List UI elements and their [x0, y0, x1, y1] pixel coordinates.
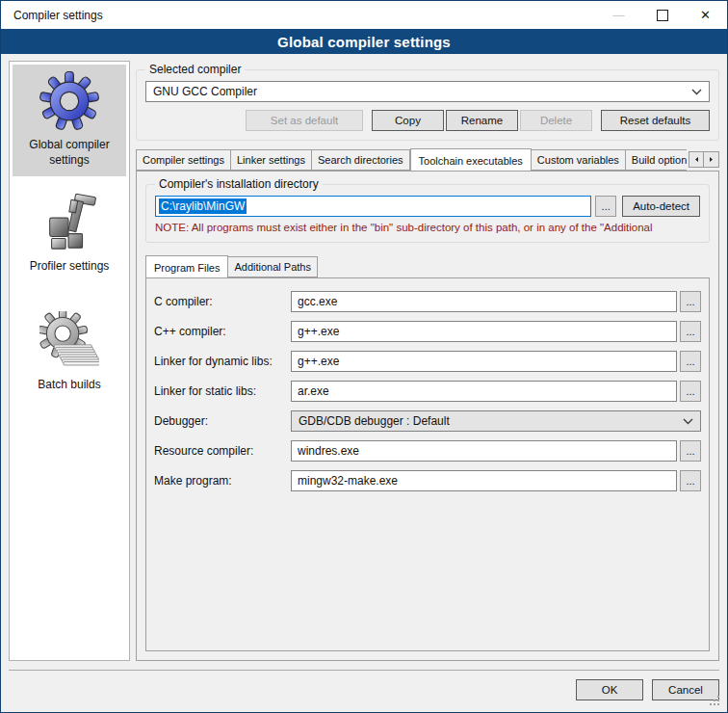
sidebar-item-label: Batch builds [38, 378, 100, 393]
install-note: NOTE: All programs must exist either in … [155, 222, 700, 233]
dialog-body: Global compiler settingsProfiler setting… [1, 54, 727, 712]
field-row-c-compiler: C compiler:... [154, 291, 701, 312]
auto-detect-button[interactable]: Auto-detect [622, 196, 700, 217]
tab-program-files[interactable]: Program Files [145, 255, 228, 277]
tab-additional-paths[interactable]: Additional Paths [228, 256, 318, 277]
sidebar-item-label: Profiler settings [30, 259, 110, 275]
c-compiler-browse-button[interactable]: ... [680, 321, 701, 342]
selected-compiler-legend: Selected compiler [145, 63, 245, 76]
toolchain-form: C compiler:...C++ compiler:...Linker for… [154, 291, 701, 491]
compiler-settings-dialog: Compiler settings Global compiler settin… [0, 0, 728, 713]
title-bar: Compiler settings [1, 1, 727, 29]
cancel-button[interactable]: Cancel [652, 679, 719, 700]
debugger-select[interactable]: GDB/CDB debugger : Default [291, 410, 701, 432]
tab-custom-variables[interactable]: Custom variables [532, 149, 626, 171]
field-row-debugger: Debugger:GDB/CDB debugger : Default [154, 410, 701, 432]
page-title: Global compiler settings [1, 29, 727, 54]
tab-scroll-right-button[interactable] [704, 151, 719, 168]
c-compiler-browse-button[interactable]: ... [680, 291, 701, 312]
make-program-input[interactable] [291, 470, 677, 491]
minimize-icon[interactable] [597, 1, 640, 29]
combo-value: GDB/CDB debugger : Default [299, 414, 677, 428]
window-controls [597, 1, 727, 29]
field-label: C++ compiler: [154, 325, 291, 338]
chevron-down-icon [691, 89, 702, 95]
linker-for-dynamic-libs-input[interactable] [291, 351, 677, 372]
tab-toolchain-executables[interactable]: Toolchain executables [410, 148, 532, 171]
field-row-make-program: Make program:... [154, 470, 701, 491]
make-program-browse-button[interactable]: ... [680, 470, 701, 491]
selected-compiler-combobox[interactable]: GNU GCC Compiler [145, 81, 710, 102]
installation-directory-input[interactable]: C:\raylib\MinGW [155, 196, 591, 217]
copy-button[interactable]: Copy [372, 110, 444, 131]
installation-directory-group: Compiler's installation directory C:\ray… [145, 184, 710, 243]
field-label: Resource compiler: [154, 444, 291, 458]
field-label: C compiler: [154, 295, 291, 308]
sidebar-item-label: Global compiler settings [14, 138, 124, 168]
tab-linker-settings[interactable]: Linker settings [231, 149, 312, 171]
c-compiler-input[interactable] [291, 321, 677, 342]
field-label: Make program: [154, 474, 291, 488]
linker-for-dynamic-libs-browse-button[interactable]: ... [680, 351, 701, 372]
close-icon[interactable] [684, 1, 727, 29]
chevron-down-icon [683, 418, 693, 425]
tab-scroll-left-button[interactable] [689, 151, 704, 168]
reset-defaults-button[interactable]: Reset defaults [601, 110, 710, 131]
field-row-c-compiler: C++ compiler:... [154, 321, 701, 342]
tab-search-directories[interactable]: Search directories [312, 149, 410, 171]
linker-for-static-libs-browse-button[interactable]: ... [680, 381, 701, 402]
maximize-icon[interactable] [640, 1, 684, 29]
selected-compiler-value: GNU GCC Compiler [153, 85, 686, 98]
program-files-page: C compiler:...C++ compiler:...Linker for… [145, 277, 710, 651]
rename-button[interactable]: Rename [446, 110, 518, 131]
sidebar-item-batch-builds[interactable]: Batch builds [13, 304, 126, 402]
field-label: Debugger: [154, 414, 291, 428]
footer: OK Cancel [9, 670, 719, 712]
program-files-tab-strip: Program FilesAdditional Paths [145, 255, 710, 277]
installation-directory-browse-button[interactable]: ... [595, 196, 616, 217]
field-row-resource-compiler: Resource compiler:... [154, 440, 701, 462]
field-label: Linker for static libs: [154, 384, 291, 398]
caliper-icon [39, 193, 99, 252]
resize-grip[interactable] [717, 703, 719, 705]
field-row-linker-for-dynamic-libs: Linker for dynamic libs:... [154, 351, 701, 372]
triangle-right-icon [708, 156, 715, 163]
resource-compiler-input[interactable] [291, 440, 677, 462]
triangle-left-icon [693, 156, 700, 163]
sidebar: Global compiler settingsProfiler setting… [9, 61, 130, 661]
selected-path-text: C:\raylib\MinGW [159, 198, 247, 214]
linker-for-static-libs-input[interactable] [291, 381, 677, 402]
ok-button[interactable]: OK [576, 679, 643, 700]
gear-stack-icon [39, 311, 99, 371]
selected-compiler-group: Selected compiler GNU GCC Compiler Set a… [136, 69, 719, 141]
main-tab-strip: Compiler settingsLinker settingsSearch d… [136, 148, 719, 171]
inner-tabbar: Program FilesAdditional Paths [145, 255, 710, 277]
sidebar-item-profiler-settings[interactable]: Profiler settings [13, 186, 126, 283]
toolchain-executables-page: Compiler's installation directory C:\ray… [136, 171, 719, 661]
main-tabbar: Compiler settingsLinker settingsSearch d… [136, 148, 687, 171]
gear-blue-icon [39, 71, 99, 131]
sidebar-item-global-compiler-settings[interactable]: Global compiler settings [13, 65, 126, 176]
resource-compiler-browse-button[interactable]: ... [680, 440, 701, 462]
delete-button[interactable]: Delete [520, 110, 592, 131]
field-label: Linker for dynamic libs: [154, 355, 291, 368]
c-compiler-input[interactable] [291, 291, 677, 312]
window-title: Compiler settings [1, 9, 103, 22]
compiler-actions: Set as defaultCopyRenameDeleteReset defa… [145, 110, 710, 131]
set-as-default-button[interactable]: Set as default [246, 110, 363, 131]
installation-directory-legend: Compiler's installation directory [155, 177, 323, 191]
tab-scroll-arrows [689, 151, 719, 168]
tab-build-options[interactable]: Build options [626, 149, 687, 171]
field-row-linker-for-static-libs: Linker for static libs:... [154, 381, 701, 402]
tab-compiler-settings[interactable]: Compiler settings [136, 149, 231, 171]
main-panel: Selected compiler GNU GCC Compiler Set a… [136, 61, 719, 661]
